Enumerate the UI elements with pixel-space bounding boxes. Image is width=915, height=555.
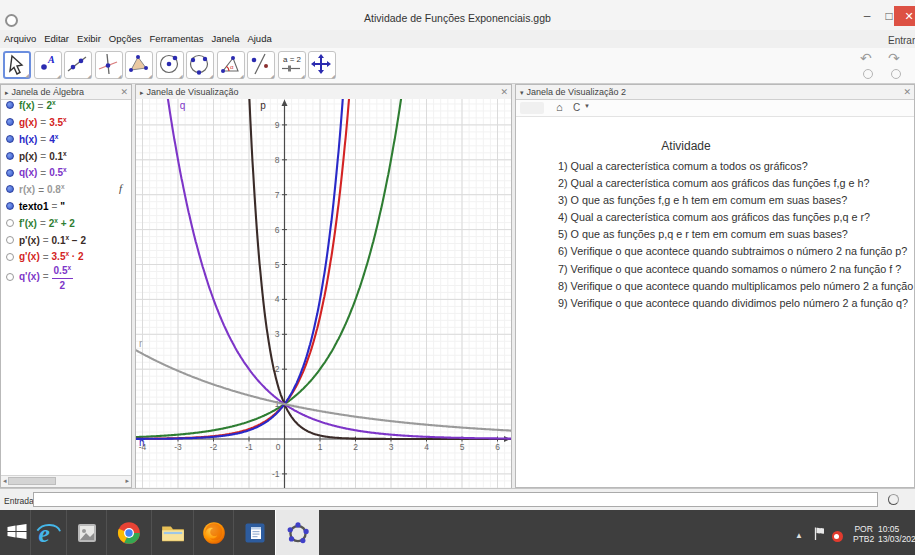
- curve-p[interactable]: [248, 99, 511, 439]
- algebra-item-p'x[interactable]: p'(x)=0.1x − 2: [1, 231, 131, 248]
- algebra-item-rx[interactable]: r(x)=0.8x: [1, 181, 131, 198]
- scroll-left-icon[interactable]: ◂: [3, 476, 7, 486]
- curve-h[interactable]: [136, 99, 345, 439]
- graphics-panel-header[interactable]: ▸Janela de Visualização ✕: [136, 85, 511, 100]
- tool-dropdown-caret[interactable]: ◢: [179, 73, 183, 79]
- language-indicator[interactable]: PORPTB2: [853, 524, 874, 544]
- svg-text:9: 9: [275, 120, 280, 130]
- tool-polygon[interactable]: ◢: [125, 51, 153, 79]
- curve-g[interactable]: [136, 99, 351, 439]
- taskbar-icon-image-viewer[interactable]: [66, 510, 106, 555]
- curve-label-q: q: [180, 100, 186, 111]
- clock[interactable]: 10:0513/03/202: [878, 524, 915, 544]
- algebra-item-g'x[interactable]: g'(x)=3.5x · 2: [1, 248, 131, 265]
- graph-canvas[interactable]: -4-3-2-10123456-1123456789hpqr: [136, 99, 511, 488]
- visibility-dot-on[interactable]: [6, 202, 14, 210]
- tool-dropdown-caret[interactable]: ◢: [148, 73, 152, 79]
- tool-conic[interactable]: ◢: [186, 51, 214, 79]
- panel-menu-arrow-icon[interactable]: ▸: [5, 89, 9, 96]
- visibility-dot-off[interactable]: [6, 273, 14, 281]
- curve-q[interactable]: [164, 99, 511, 439]
- stylebar-blank-button[interactable]: [520, 102, 544, 114]
- taskbar-icon-internet-explorer[interactable]: e: [30, 510, 66, 555]
- tool-dropdown-caret[interactable]: ◢: [270, 73, 274, 79]
- tool-dropdown-caret[interactable]: ◢: [25, 72, 29, 78]
- algebra-horizontal-scrollbar[interactable]: ◂ ▸: [1, 475, 131, 487]
- taskbar-icon-chrome[interactable]: [106, 510, 151, 555]
- scroll-right-icon[interactable]: ▸: [125, 476, 129, 486]
- algebra-item-texto1[interactable]: texto1=": [1, 198, 131, 215]
- help-icon[interactable]: [863, 69, 873, 79]
- minimize-button[interactable]: –: [856, 9, 878, 25]
- algebra-item-q'x[interactable]: q'(x)=0.5x2: [1, 265, 131, 290]
- algebra-item-gx[interactable]: g(x)=3.5x: [1, 114, 131, 131]
- tool-dropdown-caret[interactable]: ◢: [331, 73, 335, 79]
- tool-dropdown-caret[interactable]: ◢: [87, 73, 91, 79]
- graphics-view2-panel: ▾Janela de Visualização 2 ✕ ⌂ C ▼ Ativid…: [515, 84, 915, 488]
- algebra-item-fx[interactable]: f(x)=2x: [1, 97, 131, 114]
- taskbar-icon-file-explorer[interactable]: [151, 510, 193, 555]
- close-button[interactable]: ✕: [894, 6, 915, 26]
- show-hidden-icons-arrow[interactable]: ▲: [795, 531, 803, 540]
- menu-exibir[interactable]: Exibir: [77, 33, 101, 44]
- visibility-dot-off[interactable]: [6, 236, 14, 244]
- redo-icon[interactable]: ↷: [888, 50, 900, 66]
- graphics-panel-close-icon[interactable]: ✕: [500, 85, 508, 100]
- visibility-dot-on[interactable]: [6, 169, 14, 177]
- tool-dropdown-caret[interactable]: ◢: [57, 73, 61, 79]
- curve-label-f: f: [119, 182, 122, 194]
- activity-heading: Atividade: [516, 139, 856, 153]
- visibility-dot-on[interactable]: [6, 101, 14, 109]
- algebra-item-f'x[interactable]: f'(x)=2x + 2: [1, 215, 131, 232]
- menu-ajuda[interactable]: Ajuda: [247, 33, 271, 44]
- settings-icon[interactable]: [891, 69, 901, 79]
- menu-editar[interactable]: Editar: [44, 33, 69, 44]
- taskbar-icon-firefox[interactable]: [193, 510, 233, 555]
- antivirus-tray-icon[interactable]: [832, 531, 843, 542]
- tool-dropdown-caret[interactable]: ◢: [240, 73, 244, 79]
- visibility-dot-on[interactable]: [6, 185, 14, 193]
- visibility-dot-on[interactable]: [6, 118, 14, 126]
- tool-reflect[interactable]: ◢: [247, 51, 275, 79]
- visibility-dot-off[interactable]: [6, 253, 14, 261]
- algebra-item-px[interactable]: p(x)=0.1x: [1, 147, 131, 164]
- tool-angle[interactable]: α◢: [217, 51, 245, 79]
- visibility-dot-on[interactable]: [6, 152, 14, 160]
- tool-perpendicular-line[interactable]: ◢: [95, 51, 123, 79]
- undo-icon[interactable]: ↶: [860, 50, 872, 66]
- menu-opções[interactable]: Opções: [109, 33, 142, 44]
- tool-point[interactable]: A◢: [34, 51, 62, 79]
- taskbar-icon-word[interactable]: [233, 510, 275, 555]
- tool-move-graphics-view[interactable]: ◢: [308, 51, 336, 79]
- visibility-dot-on[interactable]: [6, 135, 14, 143]
- visibility-dot-off[interactable]: [6, 219, 14, 227]
- tool-dropdown-caret[interactable]: ◢: [118, 73, 122, 79]
- tool-dropdown-caret[interactable]: ◢: [209, 73, 213, 79]
- tool-slider[interactable]: a = 2◢: [278, 51, 306, 79]
- tool-move[interactable]: ◢: [3, 51, 31, 79]
- algebra-item-hx[interactable]: h(x)=4x: [1, 131, 131, 148]
- tool-circle[interactable]: ◢: [156, 51, 184, 79]
- sign-in-link[interactable]: Entrar...: [888, 35, 915, 46]
- menu-arquivo[interactable]: Arquivo: [4, 33, 36, 44]
- menu-janela[interactable]: Janela: [211, 33, 239, 44]
- panel-menu-arrow-icon[interactable]: ▸: [140, 89, 144, 96]
- axes-toggle-icon[interactable]: ⌂: [556, 101, 563, 113]
- input-help-icon[interactable]: [888, 494, 899, 505]
- title-bar: Atividade de Funções Exponenciais.ggb – …: [0, 0, 915, 30]
- svg-text:4: 4: [275, 294, 280, 304]
- chevron-down-icon[interactable]: ▼: [584, 103, 590, 109]
- menu-ferramentas[interactable]: Ferramentas: [150, 33, 204, 44]
- action-center-flag-icon[interactable]: [813, 526, 826, 545]
- panel-menu-arrow-icon[interactable]: ▾: [520, 89, 524, 96]
- algebra-item-qx[interactable]: q(x)=0.5x: [1, 164, 131, 181]
- scrollbar-thumb[interactable]: [8, 477, 56, 485]
- grid-toggle-icon[interactable]: C: [573, 102, 580, 113]
- graphics2-panel-close-icon[interactable]: ✕: [903, 85, 911, 100]
- command-input-field[interactable]: [33, 492, 878, 507]
- tool-line[interactable]: ◢: [64, 51, 92, 79]
- start-button[interactable]: [5, 520, 29, 544]
- graphics2-panel-header[interactable]: ▾Janela de Visualização 2 ✕: [516, 85, 914, 100]
- tool-dropdown-caret[interactable]: ◢: [301, 73, 305, 79]
- taskbar-icon-geogebra[interactable]: [275, 510, 319, 555]
